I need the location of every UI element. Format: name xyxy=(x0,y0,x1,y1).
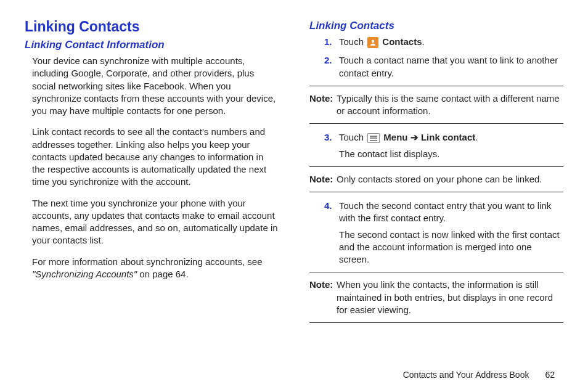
reference-link: "Synchronizing Accounts" xyxy=(32,269,137,279)
note-label: Note: xyxy=(309,92,337,118)
step-sub: The second contact is now linked with th… xyxy=(339,229,563,266)
step-3: 3. Touch Menu ➔ Link contact. The contac… xyxy=(324,131,563,160)
link-contact-label: Link contact xyxy=(421,132,475,142)
page-footer: Contacts and Your Address Book 62 xyxy=(25,370,563,380)
step-body: Touch Contacts. xyxy=(339,36,563,48)
note-label: Note: xyxy=(309,173,337,186)
step-sub: The contact list displays. xyxy=(339,148,563,160)
paragraph: The next time you synchronize your phone… xyxy=(32,197,279,247)
subheading-linking-contacts: Linking Contacts xyxy=(309,20,563,32)
text: For more information about synchronizing… xyxy=(32,256,263,267)
paragraph: Link contact records to see all the cont… xyxy=(32,126,279,188)
note-text: Only contacts stored on your phone can b… xyxy=(337,173,563,186)
step-number: 4. xyxy=(324,200,339,266)
contacts-label: Contacts xyxy=(380,36,422,47)
footer-section: Contacts and Your Address Book xyxy=(403,370,529,380)
menu-icon xyxy=(367,133,380,143)
note-label: Note: xyxy=(309,279,337,316)
step-number: 1. xyxy=(324,36,339,48)
subheading-linking-contact-information: Linking Contact Information xyxy=(25,39,279,51)
step-body: Touch a contact name that you want to li… xyxy=(339,54,563,80)
text: . xyxy=(475,132,478,142)
page-number: 62 xyxy=(545,370,555,380)
text: on page 64. xyxy=(137,269,188,279)
text: Touch xyxy=(339,36,366,47)
paragraph: For more information about synchronizing… xyxy=(32,256,279,281)
step-number: 2. xyxy=(324,54,339,80)
arrow-icon: ➔ xyxy=(408,132,421,142)
step-number: 3. xyxy=(324,131,339,160)
left-column: Linking Contacts Linking Contact Informa… xyxy=(25,18,279,357)
note-box: Note: Only contacts stored on your phone… xyxy=(309,166,563,192)
step-body: Touch the second contact entry that you … xyxy=(339,200,563,266)
contacts-icon xyxy=(367,37,378,48)
text: Touch the second contact entry that you … xyxy=(339,200,551,223)
note-box: Note: Typically this is the same contact… xyxy=(309,86,563,125)
step-1: 1. Touch Contacts. xyxy=(324,36,563,48)
step-4: 4. Touch the second contact entry that y… xyxy=(324,200,563,266)
menu-label: Menu xyxy=(381,132,407,142)
heading-linking-contacts: Linking Contacts xyxy=(25,18,279,35)
step-2: 2. Touch a contact name that you want to… xyxy=(324,54,563,80)
right-column: Linking Contacts 1. Touch Contacts. 2. T… xyxy=(309,18,563,357)
step-body: Touch Menu ➔ Link contact. The contact l… xyxy=(339,131,563,160)
text: . xyxy=(422,36,425,47)
text: Touch xyxy=(339,132,366,142)
note-text: Typically this is the same contact with … xyxy=(337,92,563,118)
note-box: Note: When you link the contacts, the in… xyxy=(309,272,563,323)
svg-point-0 xyxy=(372,40,374,43)
note-text: When you link the contacts, the informat… xyxy=(337,279,563,316)
paragraph: Your device can synchronize with multipl… xyxy=(32,55,279,117)
